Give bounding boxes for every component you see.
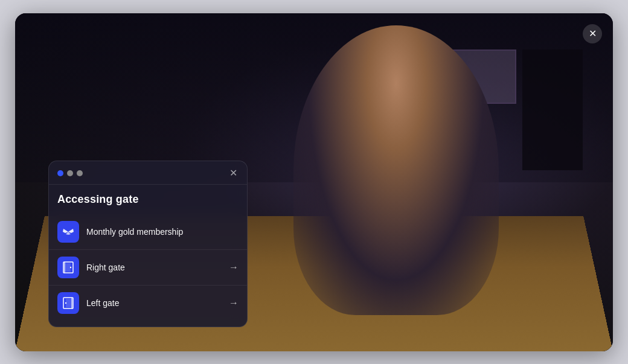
svg-rect-5 <box>66 299 72 307</box>
panel-dots <box>57 170 83 176</box>
left-gate-arrow: → <box>229 298 239 308</box>
membership-item[interactable]: Monthly gold membership <box>49 214 247 250</box>
dot-gray-1 <box>67 170 73 176</box>
right-gate-item[interactable]: Right gate → <box>49 250 247 286</box>
right-gate-label: Right gate <box>86 263 222 272</box>
svg-rect-1 <box>65 263 71 272</box>
main-window: ✕ ✕ Accessing gate <box>15 13 613 351</box>
panel-close-button[interactable]: ✕ <box>228 168 239 178</box>
panel-items-list: Monthly gold membership Right gate → <box>49 212 247 327</box>
right-gate-icon <box>57 257 79 278</box>
svg-point-7 <box>65 302 66 303</box>
wings-icon <box>62 228 74 236</box>
panel-close-icon: ✕ <box>229 168 237 178</box>
dot-blue <box>57 170 63 176</box>
membership-icon <box>57 221 79 243</box>
left-gate-icon <box>57 292 79 314</box>
door-icon-left <box>63 297 74 309</box>
left-gate-item[interactable]: Left gate → <box>49 286 247 321</box>
window-close-button[interactable]: ✕ <box>583 24 602 43</box>
left-gate-label: Left gate <box>86 298 222 308</box>
membership-label: Monthly gold membership <box>86 227 239 237</box>
person-figure <box>293 25 499 315</box>
panel-title: Accessing gate <box>49 185 247 212</box>
door-icon-right <box>63 261 74 273</box>
dot-gray-2 <box>77 170 83 176</box>
access-panel: ✕ Accessing gate Monthly gold membership <box>48 161 248 327</box>
panel-header: ✕ <box>49 161 247 185</box>
close-icon: ✕ <box>589 28 597 39</box>
svg-point-3 <box>70 266 71 267</box>
bg-cabinet <box>522 49 583 170</box>
right-gate-arrow: → <box>229 262 239 273</box>
